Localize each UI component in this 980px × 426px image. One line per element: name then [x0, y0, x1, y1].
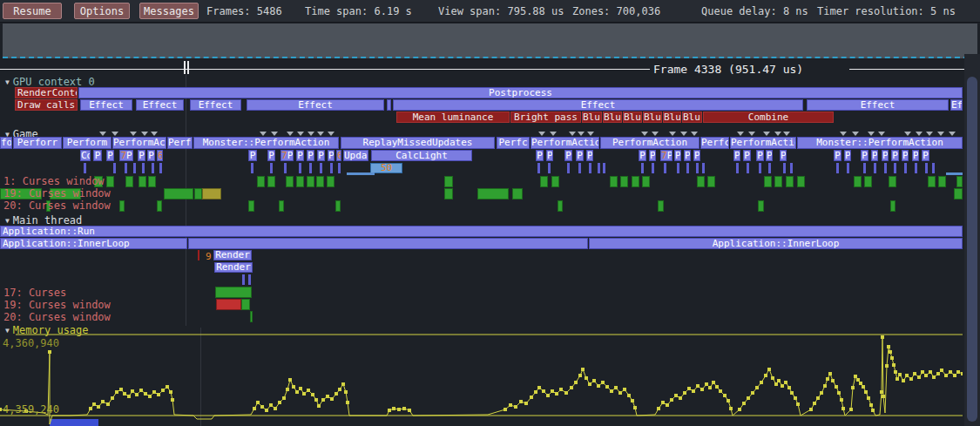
zone[interactable]: Application::InnerLoop: [589, 238, 963, 249]
zone-tick[interactable]: [641, 163, 644, 173]
zone-tick[interactable]: [686, 163, 689, 173]
zone-tick[interactable]: [578, 163, 581, 173]
zone[interactable]: P: [93, 150, 102, 161]
zone[interactable]: P: [248, 150, 257, 161]
zone-marker-icon[interactable]: [297, 132, 304, 136]
lock-zone[interactable]: [279, 200, 284, 212]
zone[interactable]: P: [693, 150, 700, 161]
zone[interactable]: PerformActio: [531, 137, 599, 149]
lock-zone[interactable]: [954, 188, 963, 199]
zone-tick[interactable]: [589, 163, 591, 173]
zone[interactable]: CalcLight: [371, 150, 472, 161]
zone-marker-icon[interactable]: [949, 132, 956, 136]
running-indicator[interactable]: [946, 172, 963, 175]
zone[interactable]: Perfc: [700, 137, 729, 149]
zone[interactable]: P: [882, 150, 889, 161]
zone[interactable]: Effect: [807, 99, 949, 111]
zone-tick[interactable]: [652, 163, 654, 173]
lock-zone[interactable]: [248, 200, 254, 212]
zone[interactable]: P: [546, 150, 553, 161]
zone-marker-icon[interactable]: [691, 132, 698, 136]
zone-marker-icon[interactable]: [783, 132, 790, 136]
zone[interactable]: P: [649, 150, 656, 161]
lock-zone[interactable]: [928, 176, 936, 187]
gpu-zone[interactable]: Draw calls: [15, 99, 78, 111]
zone-marker-icon[interactable]: [317, 132, 324, 136]
lock-zone[interactable]: [632, 176, 639, 187]
zone-tick[interactable]: [932, 163, 935, 173]
thread-label[interactable]: 20: Curses window: [3, 311, 111, 323]
zone-tick[interactable]: [159, 163, 162, 173]
lock-zone[interactable]: [610, 176, 618, 187]
zone[interactable]: P: [296, 150, 304, 161]
zone[interactable]: P: [766, 150, 773, 161]
zone[interactable]: Application::InnerLoop: [0, 238, 187, 249]
zone[interactable]: Effect: [190, 99, 241, 111]
thread-label[interactable]: 20: Curses window: [3, 199, 111, 212]
zone-marker-icon[interactable]: [669, 132, 676, 136]
zone[interactable]: PerformActic: [730, 137, 796, 149]
zone-tick[interactable]: [125, 163, 127, 173]
lock-zone[interactable]: [854, 176, 862, 187]
zone-tick[interactable]: [142, 163, 145, 173]
zone[interactable]: P: [891, 150, 899, 161]
zone[interactable]: P: [564, 150, 572, 161]
zone-marker-icon[interactable]: [99, 132, 106, 136]
zone-tick[interactable]: [567, 163, 570, 173]
zone-tick[interactable]: [915, 163, 917, 173]
lock-zone[interactable]: [444, 176, 453, 187]
zone-marker-icon[interactable]: [538, 132, 545, 136]
zone[interactable]: Perforr: [13, 137, 62, 149]
frame-tick[interactable]: [198, 250, 199, 260]
lock-zone[interactable]: [125, 176, 133, 187]
zone[interactable]: PerformAction: [600, 137, 700, 149]
zone-marker-icon[interactable]: [737, 132, 744, 136]
zone-tick[interactable]: [320, 163, 322, 173]
zone-tick[interactable]: [783, 163, 786, 173]
lock-zone[interactable]: [164, 188, 193, 199]
zone-tick[interactable]: [768, 163, 771, 173]
lock-zone[interactable]: [890, 200, 896, 212]
zone-marker-icon[interactable]: [141, 132, 148, 136]
lock-zone[interactable]: [620, 176, 628, 187]
zone[interactable]: P: [328, 150, 335, 161]
vertical-scrollbar-thumb[interactable]: [967, 77, 977, 422]
zone-tick[interactable]: [251, 163, 253, 173]
lock-zone[interactable]: [477, 188, 509, 199]
zone[interactable]: Co: [80, 150, 91, 161]
zone-marker-icon[interactable]: [916, 132, 923, 136]
zone[interactable]: P: [912, 150, 919, 161]
lock-zone[interactable]: [296, 176, 304, 187]
zone-marker-icon[interactable]: [112, 132, 118, 136]
zone-tick[interactable]: [702, 163, 705, 173]
zone[interactable]: Perform: [63, 137, 112, 149]
zone[interactable]: Application::Run: [0, 226, 963, 237]
zone-tick[interactable]: [759, 163, 761, 173]
section-header-gpu-context-0[interactable]: ▼GPU context 0: [5, 76, 95, 88]
options-button[interactable]: Options: [74, 3, 130, 19]
lock-zone[interactable]: [267, 176, 275, 187]
zone[interactable]: 6: [336, 150, 341, 161]
gpu-zone[interactable]: Blur: [582, 112, 602, 123]
zone-marker-icon[interactable]: [287, 132, 294, 136]
zone-marker-icon[interactable]: [904, 132, 911, 136]
lock-zone[interactable]: [327, 176, 335, 187]
lock-zone[interactable]: [658, 200, 664, 212]
lock-zone[interactable]: [774, 176, 782, 187]
zone-marker-icon[interactable]: [151, 132, 158, 136]
zone[interactable]: P: [902, 150, 909, 161]
zone-tick[interactable]: [84, 163, 86, 173]
zone[interactable]: P: [922, 150, 929, 161]
zone[interactable]: Render: [213, 250, 252, 260]
frames-overview-strip[interactable]: [3, 24, 977, 58]
zone-marker-icon[interactable]: [680, 132, 687, 136]
gpu-zone[interactable]: RenderConte: [15, 87, 78, 98]
gpu-zone[interactable]: Mean luminance: [396, 112, 510, 123]
thread-label[interactable]: 19: Curses window: [3, 187, 111, 199]
zone[interactable]: Postprocess: [78, 87, 963, 98]
gpu-zone[interactable]: Blu: [663, 112, 681, 123]
zone-tick[interactable]: [330, 163, 333, 173]
lock-zone[interactable]: [540, 176, 548, 187]
zone[interactable]: P: [743, 150, 751, 161]
zone-tick[interactable]: [548, 163, 551, 173]
